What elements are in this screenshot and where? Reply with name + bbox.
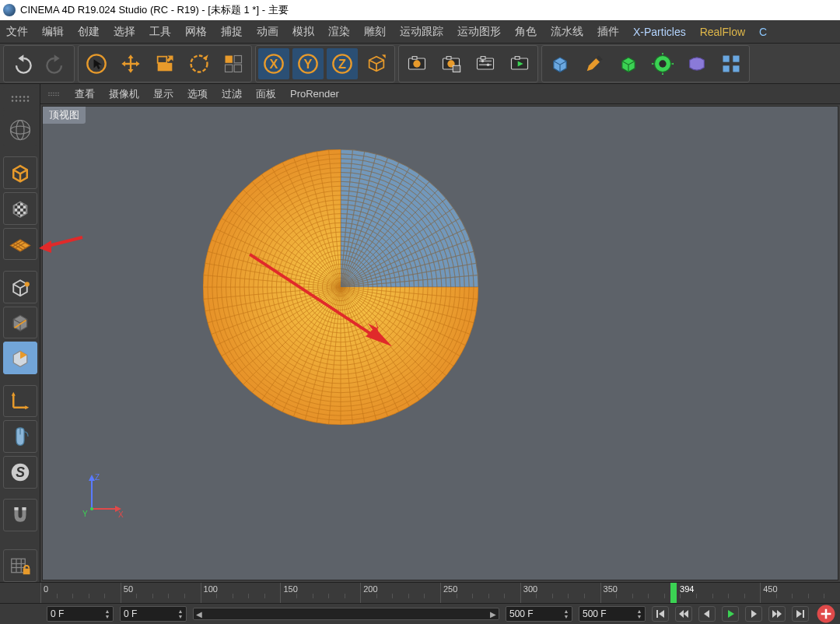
scale-button[interactable] xyxy=(149,48,180,79)
svg-rect-34 xyxy=(733,65,739,72)
menu-sculpt[interactable]: 雕刻 xyxy=(364,25,386,39)
menu-character[interactable]: 角色 xyxy=(515,25,537,39)
z-axis-button[interactable]: Z xyxy=(327,48,358,79)
magnet-button[interactable] xyxy=(3,499,37,531)
svg-point-37 xyxy=(19,96,21,98)
object-axis-button[interactable] xyxy=(3,307,37,339)
loop-end-field[interactable]: 500 F ▲▼ xyxy=(506,606,572,622)
mouse-mode-button[interactable] xyxy=(3,420,37,453)
svg-point-42 xyxy=(19,100,21,102)
wireframe-sphere-icon[interactable] xyxy=(3,114,37,146)
frame-start-field[interactable]: 0 F ▲▼ xyxy=(47,606,114,622)
menu-track[interactable]: 运动跟踪 xyxy=(400,25,443,39)
render-region-button[interactable] xyxy=(436,48,467,79)
workplane-button[interactable] xyxy=(3,228,37,261)
scrub-left-icon[interactable]: ◀ xyxy=(194,608,205,620)
view-menu-prorender[interactable]: ProRender xyxy=(290,88,339,100)
scrub-right-icon[interactable]: ▶ xyxy=(488,608,499,620)
menu-pipeline[interactable]: 流水线 xyxy=(551,25,583,39)
render-queue-button[interactable] xyxy=(504,48,535,79)
menu-realflow[interactable]: RealFlow xyxy=(700,26,745,38)
svg-rect-1 xyxy=(158,62,173,71)
svg-point-64 xyxy=(53,92,54,93)
texture-mode-button[interactable] xyxy=(3,192,37,225)
title-bar: CINEMA 4D R19.024 Studio (RC - R19) - [未… xyxy=(0,0,840,20)
local-axis-button[interactable] xyxy=(3,385,37,418)
nurbs-button[interactable] xyxy=(613,48,644,79)
array-button[interactable] xyxy=(716,48,747,79)
view-menu-display[interactable]: 显示 xyxy=(153,87,173,101)
playhead-label: 394 xyxy=(680,584,694,594)
grip-icon[interactable] xyxy=(47,87,61,101)
goto-start-button[interactable] xyxy=(652,606,669,622)
timeline-tick: 450 xyxy=(760,583,777,603)
frame-end-field[interactable]: 500 F ▲▼ xyxy=(579,606,646,622)
add-key-button[interactable] xyxy=(815,605,837,622)
menu-cut-c[interactable]: C xyxy=(759,26,767,38)
object-mode-button[interactable] xyxy=(3,156,37,189)
menu-render[interactable]: 渲染 xyxy=(328,25,350,39)
frame-start-value: 0 F xyxy=(51,608,64,619)
timeline-tick: 300 xyxy=(520,583,537,603)
render-view-button[interactable] xyxy=(401,48,432,79)
coordinate-system-button[interactable] xyxy=(361,48,392,79)
snap-s-button[interactable]: S xyxy=(3,456,37,489)
model-mode-button[interactable] xyxy=(3,271,37,303)
svg-rect-7 xyxy=(234,65,241,72)
menu-plugins[interactable]: 插件 xyxy=(597,25,619,39)
deformer-button[interactable] xyxy=(681,48,712,79)
grid-lock-button[interactable] xyxy=(3,549,37,582)
y-axis-button[interactable]: Y xyxy=(292,48,324,79)
next-key-button[interactable] xyxy=(768,606,786,622)
redo-button[interactable] xyxy=(40,48,72,79)
loop-start-field[interactable]: 0 F ▲▼ xyxy=(120,606,187,622)
view-menu-options[interactable]: 选项 xyxy=(187,87,208,101)
view-menu-filter[interactable]: 过滤 xyxy=(222,87,242,101)
bottom-bar: 0 F ▲▼ 0 F ▲▼ ◀ ▶ 500 F ▲▼ 500 F ▲▼ xyxy=(0,604,840,624)
menu-mesh[interactable]: 网格 xyxy=(185,25,207,39)
prev-key-button[interactable] xyxy=(675,606,692,622)
polygon-mode-button[interactable] xyxy=(3,342,37,374)
play-button[interactable] xyxy=(722,606,739,622)
move-button[interactable] xyxy=(115,48,146,79)
view-menu-panel[interactable]: 面板 xyxy=(256,87,276,101)
svg-point-25 xyxy=(481,59,485,62)
menu-animate[interactable]: 动画 xyxy=(257,25,278,39)
primitive-button[interactable] xyxy=(544,48,576,79)
grip-icon[interactable] xyxy=(3,87,37,110)
menu-tools[interactable]: 工具 xyxy=(149,25,171,39)
scrub-bar[interactable]: ◀ ▶ xyxy=(193,608,499,620)
menu-simulate[interactable]: 模拟 xyxy=(292,25,314,39)
menu-xparticles[interactable]: X-Particles xyxy=(633,26,686,38)
menu-file[interactable]: 文件 xyxy=(6,25,28,39)
undo-button[interactable] xyxy=(6,48,37,79)
timeline-ruler[interactable]: 050100150200250300350450394 xyxy=(0,582,840,604)
svg-rect-33 xyxy=(723,65,730,72)
render-settings-button[interactable] xyxy=(470,48,501,79)
loop-end-value: 500 F xyxy=(509,608,534,619)
rotate-button[interactable] xyxy=(184,48,215,79)
x-axis-button[interactable]: X xyxy=(258,48,289,79)
view-menu-camera[interactable]: 摄像机 xyxy=(109,87,139,101)
timeline-tick: 150 xyxy=(280,583,297,603)
menu-snap[interactable]: 捕捉 xyxy=(221,25,243,39)
menu-mograph[interactable]: 运动图形 xyxy=(457,25,501,39)
prev-frame-button[interactable] xyxy=(698,606,716,622)
viewport[interactable]: 顶视图 xyxy=(42,106,838,580)
menu-select[interactable]: 选择 xyxy=(114,25,135,39)
svg-point-282 xyxy=(90,507,93,510)
playhead[interactable] xyxy=(670,583,677,603)
view-menu-view[interactable]: 查看 xyxy=(75,87,95,101)
next-frame-button[interactable] xyxy=(745,606,762,622)
last-tool-button[interactable] xyxy=(218,48,249,79)
svg-rect-5 xyxy=(234,55,241,62)
menu-edit[interactable]: 编辑 xyxy=(42,25,64,39)
generator-button[interactable] xyxy=(647,48,678,79)
pen-button[interactable] xyxy=(579,48,610,79)
menu-create[interactable]: 创建 xyxy=(78,25,100,39)
disc-object-icon[interactable] xyxy=(203,149,478,425)
viewport-panel: 查看 摄像机 显示 选项 过滤 面板 ProRender 顶视图 xyxy=(40,84,840,582)
svg-point-62 xyxy=(48,92,50,93)
live-select-button[interactable] xyxy=(81,48,112,79)
goto-end-button[interactable] xyxy=(792,606,809,622)
